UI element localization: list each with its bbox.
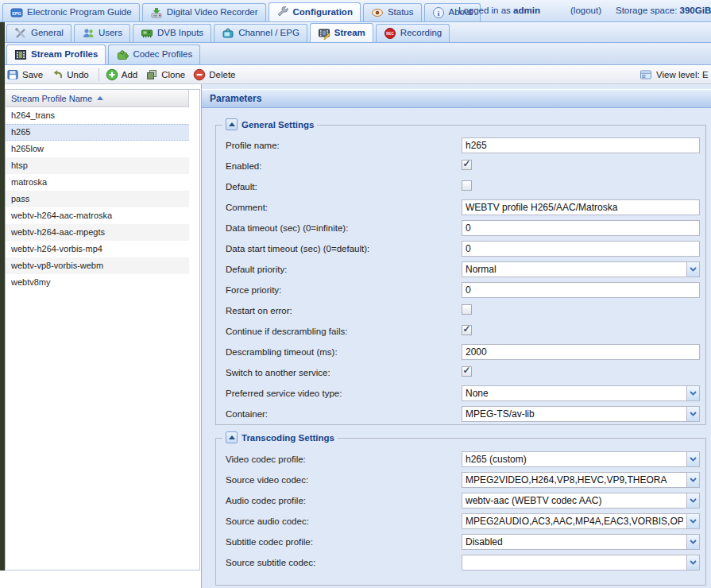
default-checkbox[interactable] — [462, 180, 472, 191]
profile-rows: h264_trans h265 h265low htsp matroska pa… — [6, 107, 199, 291]
tab-label: General — [31, 28, 64, 37]
transcoding-settings-legend: Transcoding Settings — [222, 431, 338, 443]
source-audio-codec-combo[interactable] — [462, 513, 686, 529]
tab-users[interactable]: Users — [74, 24, 130, 42]
source-video-codec-combo[interactable] — [462, 472, 686, 488]
list-item-selected[interactable]: h265 — [6, 124, 189, 141]
tab-digital-video-recorder[interactable]: Digital Video Recorder — [142, 3, 266, 21]
field-label: Profile name: — [226, 141, 280, 150]
combo-trigger-icon[interactable] — [686, 451, 700, 467]
audio-codec-profile-combo[interactable] — [462, 493, 686, 509]
combo-trigger-icon[interactable] — [686, 513, 700, 529]
field-label: Default: — [226, 182, 257, 191]
combo-trigger-icon[interactable] — [686, 555, 700, 571]
comment-input[interactable] — [462, 199, 700, 215]
default-priority-combo[interactable] — [462, 261, 686, 277]
tab-stream-profiles[interactable]: Stream Profiles — [6, 44, 106, 64]
tv-icon — [222, 27, 234, 40]
list-item[interactable]: matroska — [6, 174, 189, 191]
data-timeout-input[interactable] — [462, 220, 700, 236]
status-icon — [371, 6, 384, 19]
field-label: Enabled: — [226, 161, 261, 171]
main-tab-bar: EPG Electronic Program Guide Digital Vid… — [0, 0, 711, 22]
tab-recording[interactable]: REC Recording — [376, 24, 450, 42]
save-button[interactable]: Save — [6, 68, 43, 81]
container-combo[interactable] — [462, 406, 686, 422]
video-codec-profile-combo[interactable] — [462, 451, 686, 467]
tab-label: Stream Profiles — [31, 49, 98, 59]
collapse-toggle-icon[interactable] — [226, 118, 238, 130]
combo-trigger-icon[interactable] — [686, 261, 700, 277]
tab-configuration[interactable]: Configuration — [269, 2, 361, 21]
config-tab-bar: General Users DVB Inputs Channel / EPG S… — [0, 22, 711, 43]
rec-icon: REC — [384, 27, 396, 40]
field-label: Continue if descrambling fails: — [226, 327, 347, 336]
toolbar-separator — [99, 68, 99, 81]
film-strip-icon — [14, 48, 27, 61]
list-item[interactable]: h265low — [6, 141, 189, 157]
parameters-title: Parameters — [210, 93, 261, 104]
tab-dvb-inputs[interactable]: DVB Inputs — [133, 24, 211, 42]
button-label: Clone — [161, 70, 185, 79]
tab-label: Status — [388, 7, 414, 17]
field-label: Data start timeout (sec) (0=default): — [226, 244, 369, 253]
tab-label: Codec Profiles — [133, 49, 192, 59]
delete-icon — [193, 68, 206, 81]
puzzle-icon — [116, 48, 129, 61]
dvb-card-icon — [141, 27, 153, 40]
tab-stream[interactable]: Stream — [310, 23, 373, 42]
tab-general[interactable]: General — [6, 24, 71, 42]
force-priority-input[interactable] — [462, 282, 700, 298]
restart-on-error-checkbox[interactable] — [462, 304, 472, 315]
clone-button[interactable]: Clone — [145, 68, 185, 81]
enabled-checkbox[interactable]: ✓ — [462, 160, 472, 170]
column-header-stream-profile-name[interactable]: Stream Profile Name — [6, 90, 189, 107]
profile-name-input[interactable] — [462, 137, 700, 153]
save-icon — [6, 68, 19, 81]
subtitle-codec-profile-combo[interactable] — [462, 534, 686, 550]
list-item[interactable]: htsp — [6, 157, 189, 174]
continue-descrambling-checkbox[interactable]: ✓ — [462, 325, 472, 335]
field-label: Container: — [226, 409, 268, 419]
collapse-toggle-icon[interactable] — [226, 431, 238, 443]
logout-link[interactable]: (logout) — [570, 6, 601, 15]
add-button[interactable]: Add — [106, 68, 137, 81]
descrambling-timeout-input[interactable] — [462, 344, 700, 360]
button-label: Delete — [209, 70, 235, 79]
list-item[interactable]: h264_trans — [6, 107, 189, 124]
list-item[interactable]: pass — [6, 191, 189, 207]
undo-button[interactable]: Undo — [51, 68, 89, 81]
tab-label: Digital Video Recorder — [167, 7, 258, 17]
combo-trigger-icon[interactable] — [686, 534, 700, 550]
tab-channel-epg[interactable]: Channel / EPG — [214, 24, 307, 42]
info-icon: i — [432, 6, 445, 19]
tvheadend-app: EPG Electronic Program Guide Digital Vid… — [0, 0, 711, 588]
list-item[interactable]: webtv8my — [6, 274, 189, 291]
list-item[interactable]: webtv-h264-vorbis-mp4 — [6, 241, 189, 257]
list-item[interactable]: webtv-h264-aac-matroska — [6, 207, 189, 224]
combo-trigger-icon[interactable] — [686, 493, 700, 509]
data-start-timeout-input[interactable] — [462, 241, 700, 257]
tab-electronic-program-guide[interactable]: EPG Electronic Program Guide — [2, 3, 140, 21]
tab-label: Electronic Program Guide — [27, 7, 132, 17]
logged-in-text: Logged in as admin — [458, 6, 540, 15]
combo-trigger-icon[interactable] — [686, 406, 700, 422]
switch-service-checkbox[interactable]: ✓ — [462, 366, 472, 377]
tab-label: DVB Inputs — [157, 28, 203, 37]
tab-codec-profiles[interactable]: Codec Profiles — [108, 44, 200, 64]
combo-trigger-icon[interactable] — [686, 385, 700, 401]
field-label: Comment: — [226, 203, 268, 212]
stream-tab-bar: Stream Profiles Codec Profiles — [0, 43, 711, 65]
list-item[interactable]: webtv-h264-aac-mpegts — [6, 224, 189, 241]
field-label: Source audio codec: — [226, 516, 309, 526]
source-subtitle-codec-combo[interactable] — [462, 555, 686, 571]
sort-ascending-icon — [97, 96, 103, 100]
preferred-video-type-combo[interactable] — [462, 385, 686, 401]
list-item[interactable]: webtv-vp8-vorbis-webm — [6, 257, 189, 274]
delete-button[interactable]: Delete — [193, 68, 235, 81]
view-level-control[interactable]: View level: E — [640, 68, 709, 81]
combo-trigger-icon[interactable] — [686, 472, 700, 488]
tab-status[interactable]: Status — [363, 3, 422, 21]
field-label: Source video codec: — [226, 475, 308, 485]
tab-label: Configuration — [293, 7, 353, 17]
